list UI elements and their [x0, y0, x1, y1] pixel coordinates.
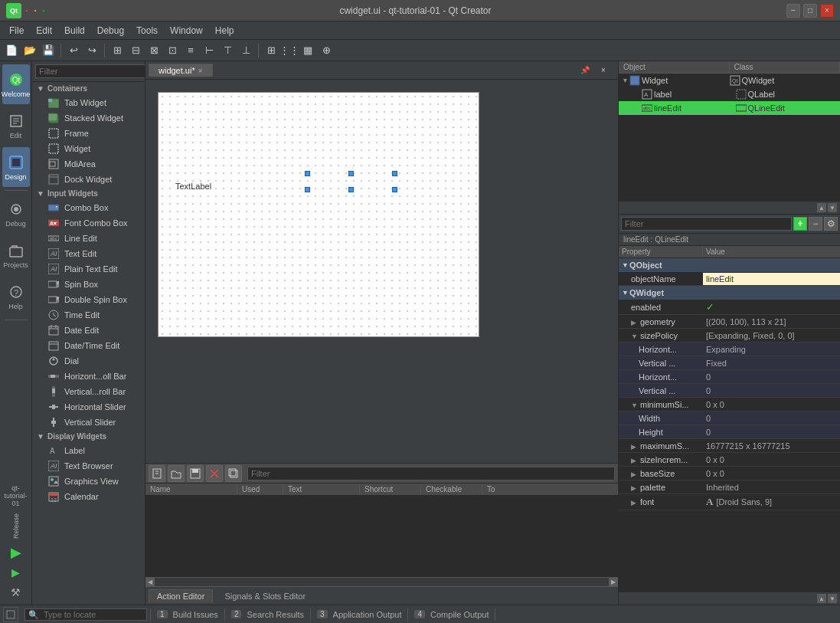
widget-vslider[interactable]: Vertical Slider	[32, 415, 145, 430]
prop-objectname-value[interactable]: lineEdit	[703, 273, 840, 285]
menu-edit[interactable]: Edit	[30, 24, 58, 38]
max-btn[interactable]	[43, 10, 44, 11]
designer-canvas-container[interactable]: TextLabel	[145, 80, 618, 463]
toolbar-redo-btn[interactable]: ↪	[83, 42, 100, 59]
menu-window[interactable]: Window	[164, 24, 209, 38]
toolbar-btn-7[interactable]: ≡	[182, 42, 199, 59]
toolbar-btn-3[interactable]: ⊞	[109, 42, 126, 59]
object-tree[interactable]: ▼ Widget Qt QWidget A	[619, 74, 840, 201]
prop-scroll-up-btn[interactable]: ▲	[817, 594, 826, 603]
mode-edit-btn[interactable]: Edit	[2, 106, 30, 146]
toolbar-align-btn[interactable]: ▦	[299, 42, 316, 59]
prop-row-palette[interactable]: ▶palette Inherited	[619, 480, 840, 494]
toolbar-open-btn[interactable]: 📂	[21, 42, 38, 59]
category-input-widgets[interactable]: ▼ Input Widgets	[32, 187, 145, 200]
mode-debug-btn[interactable]: Debug	[2, 194, 30, 234]
widget-datetime-edit[interactable]: Date/Time Edit	[32, 338, 145, 353]
prop-row-geometry[interactable]: ▶geometry [(200, 100), 113 x 21]	[619, 315, 840, 329]
action-duplicate-btn[interactable]	[225, 465, 242, 482]
prop-enabled-value[interactable]: ✓	[703, 300, 840, 314]
prop-row-sizeincrement[interactable]: ▶sizeIncrem... 0 x 0	[619, 453, 840, 467]
widget-graphics-view[interactable]: Graphics View	[32, 474, 145, 489]
mode-projects-btn[interactable]: Projects	[2, 235, 30, 275]
prop-row-vertstretch[interactable]: Vertical ... 0	[619, 384, 840, 398]
status-compile-output[interactable]: 4 Compile Output	[408, 608, 495, 621]
min-btn[interactable]	[34, 10, 36, 11]
toolbar-btn-5[interactable]: ⊠	[145, 42, 162, 59]
geometry-expand-icon[interactable]: ▶	[631, 319, 640, 326]
handle-tm[interactable]	[348, 171, 354, 176]
menu-tools[interactable]: Tools	[130, 24, 164, 38]
prop-row-height[interactable]: Height 0	[619, 425, 840, 439]
prop-row-vertpolicy[interactable]: Vertical ... Fixed	[619, 356, 840, 370]
prop-row-horizstretch[interactable]: Horizont... 0	[619, 370, 840, 384]
prop-row-objectname[interactable]: objectName lineEdit	[619, 272, 840, 286]
win-minimize-btn[interactable]: −	[786, 4, 800, 18]
tree-row-widget[interactable]: ▼ Widget Qt QWidget	[619, 74, 840, 87]
prop-group-qobject[interactable]: ▼ QObject	[619, 258, 840, 272]
status-app-output[interactable]: 3 Application Output	[311, 608, 408, 621]
widget-line-edit[interactable]: abc Line Edit	[32, 231, 145, 246]
tree-row-label[interactable]: A label QLabel	[619, 87, 840, 101]
close-btn[interactable]	[26, 10, 28, 11]
maxsize-expand-icon[interactable]: ▶	[631, 443, 640, 451]
toolbar-expand-btn[interactable]: ⊕	[318, 42, 335, 59]
toolbar-btn-6[interactable]: ⊡	[164, 42, 181, 59]
status-search-results[interactable]: 2 Search Results	[225, 608, 311, 621]
tree-scroll-up-btn[interactable]: ▲	[817, 203, 826, 212]
mode-welcome-btn[interactable]: Qt Welcome	[2, 64, 30, 104]
handle-bl[interactable]	[305, 187, 310, 192]
toolbar-save-btn[interactable]: 💾	[40, 42, 57, 59]
scroll-right-btn[interactable]: ▶	[609, 578, 618, 587]
minsize-expand-icon[interactable]: ▼	[631, 402, 640, 409]
widget-text-edit[interactable]: AI Text Edit	[32, 246, 145, 261]
prop-row-minimumsize[interactable]: ▼minimumSi... 0 x 0	[619, 398, 840, 412]
widget-widget[interactable]: Widget	[32, 141, 145, 156]
prop-row-enabled[interactable]: enabled ✓	[619, 300, 840, 315]
widget-dial[interactable]: Dial	[32, 353, 145, 369]
designer-canvas[interactable]: TextLabel	[158, 92, 479, 337]
handle-bm[interactable]	[348, 187, 354, 192]
toolbar-grid2-btn[interactable]: ⋮⋮	[281, 42, 298, 59]
menu-debug[interactable]: Debug	[91, 24, 130, 38]
scroll-left-btn[interactable]: ◀	[145, 578, 155, 587]
widget-list[interactable]: ▼ Containers Tab Widget Stacked Widget	[32, 82, 145, 605]
build-btn[interactable]: ⚒	[7, 583, 25, 602]
widget-label[interactable]: A Label	[32, 443, 145, 458]
toolbar-btn-8[interactable]: ⊢	[201, 42, 217, 59]
tab-close-icon[interactable]: ×	[198, 67, 203, 75]
palette-expand-icon[interactable]: ▶	[631, 484, 640, 492]
property-config-btn[interactable]: ⚙	[824, 217, 838, 231]
win-close-btn[interactable]: ×	[820, 4, 834, 18]
toolbar-grid-btn[interactable]: ⊞	[263, 42, 279, 59]
prop-group-qwidget[interactable]: ▼ QWidget	[619, 286, 840, 300]
widget-calendar[interactable]: 12 Calendar	[32, 489, 145, 504]
widget-font-combo-box[interactable]: A▾ Font Combo Box	[32, 215, 145, 231]
widget-combo-box[interactable]: Combo Box	[32, 200, 145, 215]
debug-play-btn[interactable]: ▶	[7, 563, 25, 582]
tree-scroll-down-btn[interactable]: ▼	[828, 203, 837, 212]
action-open-btn[interactable]	[168, 465, 185, 482]
action-new-btn[interactable]	[149, 465, 165, 482]
mode-help-btn[interactable]: ? Help	[2, 277, 30, 316]
prop-row-maximumsize[interactable]: ▶maximumS... 16777215 x 16777215	[619, 439, 840, 453]
widget-plain-text-edit[interactable]: AI Plain Text Edit	[32, 261, 145, 277]
font-expand-icon[interactable]: ▶	[631, 499, 640, 507]
widget-tab-widget[interactable]: Tab Widget	[32, 95, 145, 110]
status-build-issues[interactable]: 1 Build Issues	[151, 608, 225, 621]
widget-mdiarea[interactable]: MdiArea	[32, 156, 145, 172]
widget-stacked-widget[interactable]: Stacked Widget	[32, 110, 145, 126]
widget-frame[interactable]: Frame	[32, 126, 145, 141]
handle-tr[interactable]	[392, 171, 397, 176]
locate-input[interactable]	[25, 608, 147, 621]
widget-text-browser[interactable]: AI Text Browser	[32, 458, 145, 474]
sizeincrem-expand-icon[interactable]: ▶	[631, 457, 640, 464]
property-remove-btn[interactable]: −	[809, 217, 822, 231]
toolbar-btn-10[interactable]: ⊥	[237, 42, 254, 59]
toolbar-btn-9[interactable]: ⊤	[219, 42, 236, 59]
action-editor-tab[interactable]: Action Editor	[149, 589, 213, 603]
widget-hscrollbar[interactable]: Horizont...oll Bar	[32, 369, 145, 384]
action-delete-btn[interactable]	[206, 465, 223, 482]
toolbar-undo-btn[interactable]: ↩	[65, 42, 82, 59]
menu-help[interactable]: Help	[209, 24, 240, 38]
